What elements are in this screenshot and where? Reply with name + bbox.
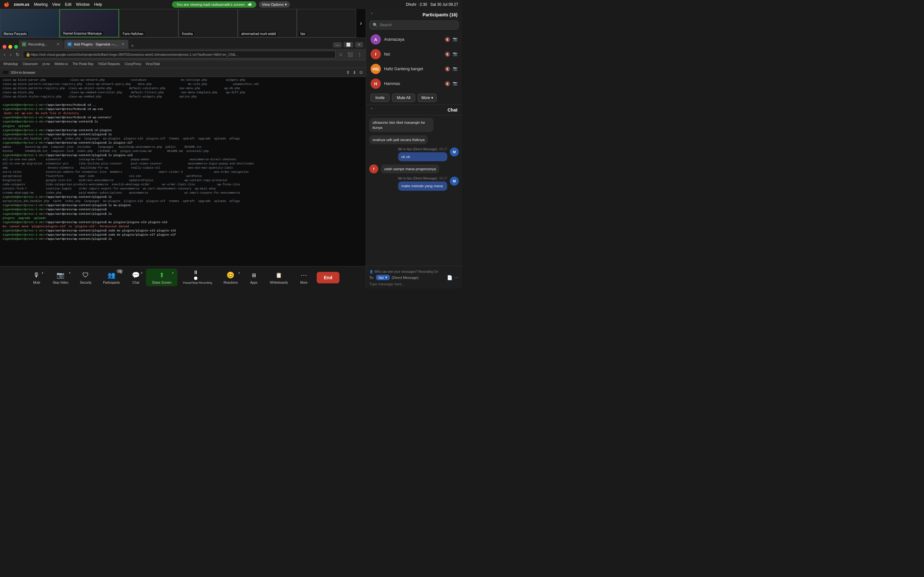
term-line-33: plugins upgrade uploads (3, 216, 363, 221)
share-screen-chevron-icon[interactable]: ▲ (172, 271, 174, 274)
video-thumb-marisa[interactable]: M Marisa Paryasto (0, 9, 59, 37)
strip-next-button[interactable]: › (356, 9, 366, 37)
browser-tab-recording[interactable]: ● Recording... ✕ (19, 40, 63, 49)
bookmark-whatsapp[interactable]: WhatsApp (2, 61, 19, 66)
share-screen-button[interactable]: ⬆ Share Screen ▲ (146, 269, 177, 286)
menubar-edit[interactable]: Edit (65, 2, 71, 7)
bookmark-ytmx[interactable]: yt.mx (41, 61, 51, 66)
minimize-window-button[interactable]: — (333, 42, 342, 47)
participants-collapse-icon[interactable]: ˅ (371, 12, 373, 17)
more-options-button[interactable]: ⋮ (356, 51, 363, 58)
chat-to-label: To: (369, 276, 374, 279)
ssh-download-button[interactable]: ⬇ (352, 70, 357, 75)
chat-bubble-1: ultrasonic bisi ribet masangin ke itunya (369, 118, 433, 132)
reload-button[interactable]: ↻ (15, 51, 21, 58)
traffic-lights (3, 45, 18, 49)
tab-close-wordpress[interactable]: ✕ (121, 42, 125, 47)
term-line-18: sigenduk@wordpress-1-vm:~/apps/wordpress… (3, 153, 363, 158)
copy-icon[interactable]: 📄 (447, 275, 452, 280)
chat-to-selector[interactable]: faiz ▾ (376, 275, 390, 280)
extensions-button[interactable]: ⬛ (346, 51, 354, 58)
term-line-30: sigenduk@wordpress-1-vm:~/apps/wordpress… (3, 203, 363, 208)
mute-chevron-icon[interactable]: ▲ (41, 271, 44, 274)
end-meeting-button[interactable]: End (317, 272, 339, 284)
url-bar[interactable]: 🔒 https://ssh.cloud.google.com/v2/ssh/pr… (23, 51, 336, 58)
participants-chevron-icon[interactable]: ▲ (120, 271, 123, 274)
close-window-button[interactable]: ✕ (355, 42, 363, 47)
bookmark-virus[interactable]: VirusTotal (144, 61, 161, 66)
video-thumb-faiz[interactable]: f faiz faiz (297, 9, 356, 37)
participant-hafiz: HG Hafiz Ganteng banget 🔇 📷 (366, 61, 462, 76)
video-thumb-ramiel[interactable]: R Ramiel Erasmus Mamuaya (59, 9, 120, 37)
mute-button[interactable]: 🎙 Mute ▲ (26, 269, 47, 286)
forward-button[interactable]: › (9, 51, 13, 58)
new-tab-button[interactable]: + (129, 43, 136, 49)
zoom-toolbar: 🎙 Mute ▲ 📷 Stop Video ▲ 🛡 Security 👥 Par… (0, 266, 366, 288)
chat-to-value: faiz (379, 276, 384, 279)
menubar-app-name[interactable]: zoom.us (14, 2, 29, 7)
bookmark-croxy[interactable]: CroxyProxy (123, 61, 142, 66)
bookmark-fitgirl[interactable]: FitGirl Repacks (97, 61, 121, 66)
name-marisa: Marisa Paryasto (2, 32, 28, 36)
bookmark-classroom[interactable]: Classroom (21, 61, 39, 66)
video-chevron-icon[interactable]: ▲ (68, 271, 71, 274)
name-hammas: Hammas (384, 81, 441, 86)
mute-all-button[interactable]: Mute All (392, 93, 415, 102)
chat-button[interactable]: 💬 Chat ▲ (126, 269, 146, 286)
bookmark-pirate[interactable]: The Pirate Bay (71, 61, 95, 66)
participant-aramazaya: A Aramazaya 🔇 📷 (366, 32, 462, 47)
menubar-help[interactable]: Help (94, 2, 102, 7)
more-button[interactable]: ⋯ More (294, 269, 314, 286)
participants-button[interactable]: 👥 Participants 16 ▲ (97, 269, 126, 286)
bookmark-button[interactable]: ☆ (338, 51, 344, 58)
term-line-34: sigenduk@wordpress-1-vm:~/apps/wordpress… (3, 221, 363, 225)
share-screen-icon: ⬆ (157, 271, 166, 279)
term-line-11: plugins uploads (3, 124, 363, 129)
pause-recording-button[interactable]: ⏸ ⏺ Pause/Stop Recording (178, 269, 218, 286)
participants-search-input[interactable]: 🔍 Search (369, 21, 459, 29)
restore-window-button[interactable]: ⬜ (344, 42, 353, 47)
menubar-window[interactable]: Window (76, 2, 90, 7)
reactions-button[interactable]: 😊 Reactions ▲ (218, 269, 244, 286)
stop-video-button[interactable]: 📷 Stop Video ▲ (47, 269, 74, 286)
participants-actions-row: Invite Mute All More ▾ (366, 91, 462, 105)
security-button[interactable]: 🛡 Security (74, 269, 97, 286)
browser-tab-wordpress[interactable]: W Add Plugins · Sigenduk — Wor... ✕ (64, 40, 128, 49)
menubar-meeting[interactable]: Meeting (34, 2, 48, 7)
back-button[interactable]: ‹ (3, 51, 7, 58)
maximize-button[interactable] (14, 45, 18, 49)
reactions-chevron-icon[interactable]: ▲ (238, 271, 240, 274)
chat-chevron-icon[interactable]: ▲ (141, 271, 143, 274)
options-icon[interactable]: ⋯ (454, 275, 459, 280)
name-ramiel: Ramiel Erasmus Mamuaya (62, 31, 103, 35)
menubar-view[interactable]: View (52, 2, 60, 7)
video-thumb-almerrashad[interactable]: A almerrashad... almerrashad murti wiald… (238, 9, 297, 37)
ssh-upload-button[interactable]: ⬆ (346, 70, 350, 75)
terminal-area[interactable]: class-wp-block-parser.php class-wp-netwo… (0, 77, 366, 266)
view-options-button[interactable]: View Options ▾ (259, 1, 290, 8)
icons-faiz: 🔇 📷 (445, 52, 457, 57)
minimize-button[interactable] (8, 45, 12, 49)
menubar-right: Dhuhr · 2:30 Sat 30 Jul 09.27 (406, 2, 458, 7)
apps-button[interactable]: ⊞ Apps (244, 269, 264, 286)
tab-close-recording[interactable]: ✕ (56, 42, 60, 47)
participants-icon: 👥 (107, 271, 116, 279)
menubar-center: You are viewing badi radisamalik's scree… (172, 1, 290, 8)
chat-messages[interactable]: ultrasonic bisi ribet masangin ke itunya… (366, 115, 462, 266)
apple-logo-icon[interactable]: 🍎 (4, 2, 9, 7)
video-thumb-faris[interactable]: F Faris Hafizhan Faris Hafizhan (119, 9, 178, 37)
chat-collapse-icon[interactable]: ˅ (371, 107, 373, 113)
ssh-settings-button[interactable]: ⚙ (359, 70, 363, 75)
whiteboard-icon: 📋 (274, 271, 283, 279)
bookmark-webtor[interactable]: Webtor.io (53, 61, 69, 66)
whiteboards-button[interactable]: 📋 Whiteboards (264, 269, 294, 286)
participants-more-button[interactable]: More ▾ (418, 93, 437, 102)
sender-info-3: Me to faiz (Direct Message) 09.27 (398, 147, 447, 151)
chat-input-field[interactable] (369, 282, 459, 286)
invite-button[interactable]: Invite (371, 93, 389, 102)
icons-hafiz: 🔇 📷 (445, 66, 457, 71)
video-thumb-koosha[interactable]: K Koosha Koosha (178, 9, 238, 37)
video-off-indicator-hafiz: 📷 (453, 66, 457, 71)
avatar-faiz-panel: f (371, 49, 381, 59)
close-button[interactable] (3, 45, 6, 49)
